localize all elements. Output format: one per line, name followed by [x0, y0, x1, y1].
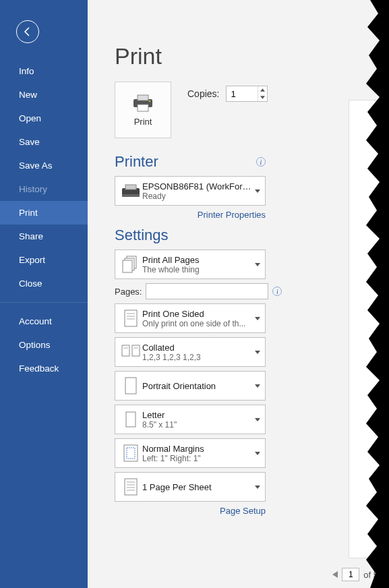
portrait-icon: [123, 376, 138, 395]
nav-separator: [0, 302, 88, 303]
sided-dropdown[interactable]: Print One Sided Only print on one side o…: [115, 303, 266, 333]
chevron-up-icon: [260, 88, 265, 92]
triangle-left-icon: [332, 571, 338, 578]
svg-rect-6: [122, 194, 140, 197]
nav-feedback[interactable]: Feedback: [0, 357, 88, 380]
svg-rect-2: [138, 105, 148, 111]
nav-new[interactable]: New: [0, 83, 88, 107]
pages-stack-icon: [121, 255, 140, 274]
copies-input[interactable]: [227, 86, 258, 101]
nav-account[interactable]: Account: [0, 310, 88, 333]
page-total-label: of 5: [363, 570, 378, 580]
page-title: Print: [115, 43, 381, 69]
svg-rect-15: [132, 345, 140, 356]
prev-page-button[interactable]: [332, 570, 338, 580]
print-preview: [349, 100, 389, 558]
pages-input[interactable]: [146, 283, 268, 299]
collate-dropdown[interactable]: Collated 1,2,3 1,2,3 1,2,3: [115, 337, 266, 367]
current-page-input[interactable]: [342, 568, 359, 581]
printer-dropdown[interactable]: EPSONB86F81 (WorkForce 8... Ready: [115, 176, 266, 206]
chevron-down-icon: [260, 96, 265, 99]
svg-rect-14: [122, 345, 129, 356]
page-navigation: of 5: [332, 568, 378, 581]
copies-down[interactable]: [258, 94, 267, 101]
collated-icon: [121, 343, 141, 361]
copies-spinner[interactable]: [226, 86, 268, 102]
nav-save-as[interactable]: Save As: [0, 154, 88, 177]
printer-icon: [131, 94, 154, 113]
paper-icon: [123, 410, 138, 429]
chevron-down-icon: [255, 351, 260, 354]
copies-row: Copies:: [187, 86, 268, 102]
printer-device-icon: [121, 183, 141, 198]
chevron-down-icon: [255, 486, 260, 489]
backstage-sidebar: Info New Open Save Save As History Print…: [0, 0, 88, 588]
svg-rect-19: [126, 412, 136, 427]
nav-print[interactable]: Print: [0, 201, 88, 225]
nav-save[interactable]: Save: [0, 130, 88, 154]
pages-per-sheet-dropdown[interactable]: 1 Page Per Sheet: [115, 472, 266, 502]
chevron-down-icon: [255, 189, 260, 193]
print-button[interactable]: Print: [115, 82, 171, 138]
main-panel: Print Print Copies: Printer i: [88, 0, 389, 588]
settings-section-title: Settings: [115, 227, 266, 244]
page-setup-link[interactable]: Page Setup: [115, 506, 266, 516]
printer-caret: [254, 189, 261, 193]
margins-icon: [123, 444, 139, 463]
nav-close[interactable]: Close: [0, 272, 88, 295]
print-range-dropdown[interactable]: Print All Pages The whole thing: [115, 249, 266, 279]
nav-options[interactable]: Options: [0, 333, 88, 357]
printer-properties-link[interactable]: Printer Properties: [115, 210, 266, 220]
chevron-down-icon: [255, 317, 260, 320]
svg-rect-1: [138, 95, 148, 100]
svg-rect-5: [125, 185, 136, 189]
svg-rect-10: [125, 310, 137, 326]
svg-rect-18: [125, 378, 136, 394]
print-button-label: Print: [134, 117, 152, 127]
info-icon[interactable]: i: [272, 287, 282, 296]
pages-row: Pages: i: [115, 283, 266, 299]
paper-size-dropdown[interactable]: Letter 8.5" x 11": [115, 405, 266, 434]
nav-open[interactable]: Open: [0, 107, 88, 130]
back-button[interactable]: [16, 20, 39, 43]
svg-rect-22: [125, 479, 137, 495]
chevron-down-icon: [255, 263, 260, 266]
nav-history: History: [0, 177, 88, 201]
orientation-dropdown[interactable]: Portrait Orientation: [115, 371, 266, 401]
info-icon[interactable]: i: [256, 157, 266, 167]
margins-dropdown[interactable]: Normal Margins Left: 1" Right: 1": [115, 438, 266, 468]
copies-up[interactable]: [258, 86, 267, 94]
copies-label: Copies:: [187, 88, 219, 99]
chevron-down-icon: [255, 384, 260, 388]
printer-name: EPSONB86F81 (WorkForce 8...: [142, 181, 254, 192]
nav-share[interactable]: Share: [0, 225, 88, 248]
svg-rect-9: [123, 260, 132, 272]
one-sided-icon: [123, 309, 139, 328]
pages-label: Pages:: [115, 287, 142, 297]
print-row: Print Copies:: [115, 82, 381, 138]
chevron-down-icon: [255, 418, 260, 421]
nav-primary: Info New Open Save Save As History Print…: [0, 59, 88, 380]
chevron-down-icon: [255, 452, 260, 455]
arrow-left-icon: [22, 26, 33, 37]
printer-section-title: Printer i: [115, 153, 266, 171]
nav-info[interactable]: Info: [0, 59, 88, 83]
svg-point-3: [149, 100, 151, 102]
nav-export[interactable]: Export: [0, 248, 88, 272]
per-sheet-icon: [123, 477, 139, 496]
printer-status: Ready: [142, 192, 254, 201]
